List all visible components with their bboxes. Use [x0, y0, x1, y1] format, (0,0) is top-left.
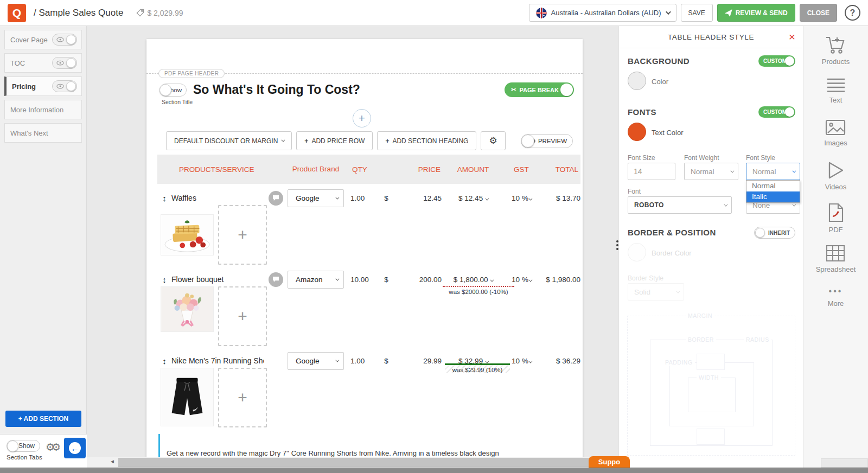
text-color-swatch[interactable] — [628, 123, 646, 141]
help-glyph: ? — [850, 8, 856, 18]
section-title[interactable]: So What's It Going To Cost? — [193, 82, 360, 97]
price-table-header: PRODUCTS/SERVICE Product Brand QTY PRICE… — [157, 155, 580, 184]
width-label: WIDTH — [697, 374, 721, 381]
drag-handle-icon[interactable]: ↕ — [157, 194, 171, 203]
background-heading: BACKGROUND — [628, 56, 690, 66]
brand-select[interactable]: Amazon — [288, 271, 344, 289]
add-section-heading-button[interactable]: +ADD SECTION HEADING — [377, 131, 476, 150]
preview-toggle[interactable]: PREVIEW — [521, 134, 573, 148]
toolbox-item-videos[interactable]: Videos — [825, 161, 847, 203]
toolbox-item-spreadsheet[interactable]: Spreadsheet — [816, 245, 856, 286]
amount-dropdown[interactable]: $ 1,800.00 — [443, 276, 503, 284]
settings-gears-icon[interactable]: ⚙⚙ — [46, 441, 58, 453]
product-description-block[interactable]: Get a new record with the magic Dry 7'' … — [158, 434, 570, 458]
visibility-toggle[interactable] — [52, 57, 77, 69]
font-weight-select[interactable]: Normal — [684, 163, 738, 180]
col-amount: AMOUNT — [443, 165, 503, 174]
product-image-bouquet[interactable] — [161, 286, 214, 332]
col-price: PRICE — [397, 165, 443, 174]
toolbox-item-text[interactable]: Text — [827, 78, 845, 119]
font-weight-value: Normal — [691, 168, 714, 176]
quote-total-chip: $ 2,029.99 — [136, 9, 183, 17]
sidebar-item-more-information[interactable]: More Information — [4, 100, 82, 119]
background-custom-toggle[interactable]: CUSTOM — [758, 55, 795, 67]
font-family-select[interactable]: ROBOTO — [628, 196, 732, 214]
support-button[interactable]: Suppo — [589, 456, 630, 468]
toolbox-item-images[interactable]: Images — [824, 119, 847, 161]
background-color-swatch[interactable] — [628, 72, 646, 90]
sidebar-item-whats-next[interactable]: What's Next — [4, 123, 82, 143]
sidebar-item-pricing[interactable]: Pricing — [4, 76, 82, 96]
gear-icon: ⚙ — [489, 135, 497, 146]
sidebar-item-toc[interactable]: TOC — [4, 53, 82, 73]
gst-dropdown[interactable]: 10 % — [503, 276, 539, 284]
font-size-input[interactable] — [628, 163, 675, 180]
font-weight-label: Font Weight — [684, 154, 719, 162]
chevron-down-icon — [282, 138, 285, 142]
review-send-button[interactable]: REVIEW & SEND — [717, 4, 795, 22]
add-image-placeholder[interactable]: + — [218, 286, 267, 346]
product-image-shorts[interactable] — [161, 368, 214, 426]
close-panel-icon[interactable]: × — [789, 31, 795, 42]
font-style-select[interactable]: Normal — [746, 163, 800, 180]
add-content-button[interactable]: + — [353, 109, 371, 127]
comment-bubble-icon[interactable] — [269, 191, 283, 206]
product-image-waffles[interactable] — [161, 214, 214, 255]
brand-select[interactable]: Google — [288, 189, 344, 207]
sidebar-item-cover-page[interactable]: Cover Page — [4, 30, 82, 49]
page-break-toggle[interactable]: ✂ PAGE BREAK — [505, 82, 574, 97]
save-button[interactable]: SAVE — [681, 4, 713, 22]
spacing-input-top[interactable] — [697, 354, 725, 370]
product-name[interactable]: Nike Men's 7in Running Shorts Black L — [171, 356, 264, 365]
col-qty: QTY — [344, 165, 375, 174]
dropdown-option-normal[interactable]: Normal — [746, 181, 800, 191]
border-color-swatch[interactable] — [628, 243, 646, 261]
section-tabs-toggle[interactable]: Show — [7, 440, 40, 452]
inherit-toggle[interactable]: INHERIT — [754, 227, 795, 239]
brand-select[interactable]: Google — [288, 352, 344, 370]
border-style-select[interactable]: Solid — [628, 283, 684, 301]
panel-drag-handle[interactable] — [616, 240, 618, 250]
table-settings-button[interactable]: ⚙ — [481, 131, 505, 150]
price-value[interactable]: 29.99 — [397, 357, 443, 365]
default-discount-margin-button[interactable]: DEFAULT DISCOUNT OR MARGIN — [166, 131, 292, 150]
visibility-toggle[interactable] — [52, 80, 77, 92]
font-label: Font — [628, 188, 641, 195]
add-price-row-button[interactable]: +ADD PRICE ROW — [296, 131, 373, 150]
help-icon[interactable]: ? — [845, 5, 860, 21]
currency-symbol: $ — [375, 276, 397, 284]
toolbox-item-pdf[interactable]: PDF — [828, 203, 844, 245]
toolbox-item-more[interactable]: ••• More — [828, 286, 844, 328]
plus-icon: + — [238, 388, 247, 407]
visibility-toggle[interactable] — [52, 34, 77, 46]
currency-select[interactable]: Australia - Australian Dollars (AUD) — [529, 4, 676, 22]
horizontal-scrollbar[interactable]: ◄ — [87, 457, 591, 468]
comment-bubble-icon[interactable] — [269, 272, 283, 287]
amount-dropdown[interactable]: $ 12.45 — [443, 194, 503, 202]
toolbox-item-products[interactable]: Products — [822, 36, 850, 78]
drag-handle-icon[interactable]: ↕ — [157, 356, 171, 366]
product-name[interactable]: Waffles — [171, 194, 264, 202]
app-logo[interactable]: Q — [8, 4, 26, 22]
qty-value[interactable]: 1.00 — [344, 194, 375, 202]
qty-value[interactable]: 1.00 — [344, 357, 375, 365]
dropdown-option-italic[interactable]: Italic — [746, 191, 800, 202]
price-value[interactable]: 12.45 — [397, 194, 443, 202]
add-image-placeholder[interactable]: + — [218, 205, 267, 265]
fonts-custom-toggle[interactable]: CUSTOM — [758, 106, 795, 118]
section-title-show-toggle[interactable]: Show — [159, 84, 187, 97]
scrollbar-thumb[interactable] — [118, 458, 591, 467]
collapse-sidebar-button[interactable]: ← — [64, 438, 86, 458]
custom-label: CUSTOM — [763, 109, 787, 115]
add-section-button[interactable]: + ADD SECTION — [5, 411, 81, 427]
price-value[interactable]: 200.00 — [397, 276, 443, 284]
scroll-left-arrow-icon[interactable]: ◄ — [110, 458, 115, 464]
spacing-input-bottom[interactable] — [697, 429, 725, 445]
close-button[interactable]: CLOSE — [800, 4, 837, 22]
product-name[interactable]: Flower bouquet — [171, 275, 264, 284]
drag-handle-icon[interactable]: ↕ — [157, 275, 171, 284]
add-image-placeholder[interactable]: + — [218, 368, 267, 427]
gst-dropdown[interactable]: 10 % — [503, 194, 539, 202]
qty-value[interactable]: 10.00 — [344, 276, 375, 284]
section-tabs-label: Section Tabs — [7, 454, 42, 461]
